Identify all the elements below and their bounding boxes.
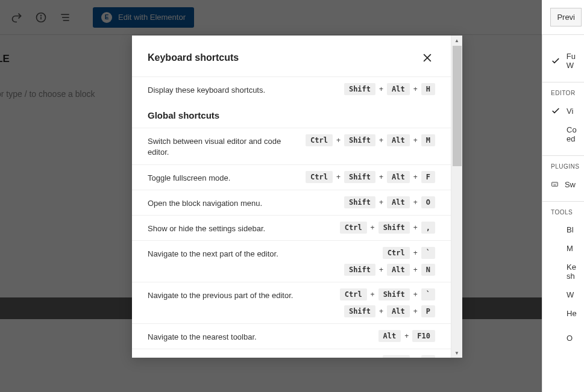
plus-separator: +	[379, 85, 383, 93]
sidebar-item-label: Co	[567, 125, 577, 134]
sidebar-item-label: He	[567, 309, 577, 318]
modal-scrollbar[interactable]: ▲ ▼	[451, 36, 462, 358]
key: Shift	[378, 288, 410, 300]
sidebar-item-fullscreen[interactable]: Fu W	[551, 47, 576, 75]
key: Ctrl	[306, 134, 333, 146]
shortcut-keys: Ctrl+Shift+Alt+M	[306, 134, 435, 146]
key: Ctrl	[340, 288, 367, 300]
key: Shift	[344, 134, 375, 146]
key-combo: Shift+Alt+H	[344, 83, 435, 95]
shortcut-row: Toggle fullscreen mode. Ctrl+Shift+Alt+F	[132, 164, 451, 190]
key: S	[421, 355, 435, 358]
plus-separator: +	[379, 266, 383, 274]
shortcut-keys: Shift+Alt+O	[344, 196, 435, 208]
sidebar-section-title: EDITOR	[551, 90, 576, 96]
sidebar-item-label: ed	[567, 134, 577, 143]
plus-separator: +	[404, 332, 409, 340]
key: P	[421, 305, 435, 317]
plus-separator: +	[413, 85, 418, 93]
key: Shift	[344, 171, 375, 183]
sidebar-item-keyboard[interactable]: Ke sh	[551, 258, 576, 285]
key: N	[421, 264, 435, 276]
key: M	[421, 134, 435, 146]
sidebar-item-help[interactable]: He	[551, 304, 576, 323]
check-icon	[551, 56, 560, 66]
key: Alt	[387, 305, 410, 317]
key: H	[421, 83, 435, 95]
key-combo: Shift+Alt+P	[344, 305, 435, 317]
preview-button-label: Previ	[557, 13, 575, 22]
key: Ctrl	[383, 355, 410, 358]
sidebar-item-visual[interactable]: Vi	[551, 101, 576, 120]
sidebar-item-label: Vi	[567, 107, 573, 116]
sidebar-item-block[interactable]: Bl	[551, 220, 576, 239]
key-combo: Ctrl+Shift+`	[340, 288, 435, 300]
shortcut-keys: Ctrl+Shift+`Shift+Alt+P	[340, 288, 435, 317]
close-button[interactable]	[421, 51, 434, 64]
plus-separator: +	[371, 290, 375, 299]
options-sidebar: Fu W EDITOR Vi Co ed	[542, 35, 584, 392]
key-combo: Ctrl+Shift+Alt+M	[306, 134, 435, 146]
keyboard-icon	[551, 179, 559, 189]
key: Alt	[387, 83, 410, 95]
shortcut-keys: Ctrl+Shift+,	[340, 222, 435, 234]
shortcut-row: Switch between visual editor and code ed…	[132, 128, 451, 164]
plus-separator: +	[371, 223, 375, 232]
sidebar-item-welcome[interactable]: W	[551, 285, 576, 304]
key: Shift	[378, 222, 410, 234]
plus-separator: +	[413, 266, 418, 274]
key-combo: Shift+Alt+O	[344, 196, 435, 208]
plus-separator: +	[336, 136, 341, 145]
key: ,	[421, 222, 435, 234]
scrollbar-thumb[interactable]	[453, 46, 462, 166]
shortcut-desc: Toggle fullscreen mode.	[148, 171, 296, 184]
key-combo: Alt+F10	[378, 330, 435, 342]
key: `	[421, 247, 435, 259]
sidebar-item-code[interactable]: Co ed	[551, 120, 576, 148]
key: F	[421, 171, 435, 183]
key-combo: Ctrl+Shift+Alt+F	[306, 171, 435, 183]
plus-separator: +	[413, 198, 418, 207]
key: Shift	[344, 83, 375, 95]
sidebar-item-label: M	[567, 244, 573, 253]
scroll-up-icon[interactable]: ▲	[451, 36, 462, 45]
key: Shift	[344, 264, 375, 276]
shortcut-row: Open the block navigation menu. Shift+Al…	[132, 190, 451, 215]
shortcut-keys: Alt+F10	[378, 330, 435, 342]
key: Shift	[344, 196, 375, 208]
key: F10	[412, 330, 435, 342]
key: Alt	[387, 134, 410, 146]
plus-separator: +	[413, 173, 418, 181]
preview-button[interactable]: Previ	[550, 8, 582, 26]
key-combo: Ctrl+S	[383, 355, 435, 358]
plus-separator: +	[413, 307, 418, 316]
shortcut-row: Save your changes. Ctrl+S	[132, 349, 451, 358]
shortcut-row: Navigate to the nearest toolbar. Alt+F10	[132, 323, 451, 349]
shortcut-row: Navigate to the next part of the editor.…	[132, 240, 451, 282]
sidebar-item-label: Sw	[565, 180, 576, 189]
plus-separator: +	[379, 307, 383, 316]
shortcut-desc: Show or hide the settings sidebar.	[148, 222, 330, 234]
sidebar-item-switch[interactable]: Sw	[551, 175, 576, 194]
scroll-down-icon[interactable]: ▼	[451, 348, 462, 358]
modal-content: Keyboard shortcuts Display these keyboar…	[132, 36, 451, 358]
key: Alt	[387, 196, 410, 208]
shortcut-list: Display these keyboard shortcuts. Shift+…	[132, 76, 451, 358]
key: O	[421, 196, 435, 208]
sidebar-item-options[interactable]: O	[551, 323, 576, 347]
keyboard-shortcuts-modal: Keyboard shortcuts Display these keyboar…	[132, 36, 462, 358]
sidebar-item-label: W	[567, 290, 574, 299]
plus-separator: +	[413, 357, 418, 358]
key: Ctrl	[383, 247, 410, 259]
shortcut-desc: Navigate to the next part of the editor.	[148, 247, 334, 260]
plus-separator: +	[413, 249, 418, 257]
sidebar-item-label: O	[567, 334, 573, 343]
sidebar-item-label: Fu	[567, 52, 576, 61]
shortcut-row: Show or hide the settings sidebar. Ctrl+…	[132, 215, 451, 240]
plus-separator: +	[413, 136, 418, 145]
key-combo: Ctrl+Shift+,	[340, 222, 435, 234]
shortcut-desc: Navigate to the nearest toolbar.	[148, 330, 369, 343]
sidebar-item-label: sh	[567, 272, 576, 281]
sidebar-item-more[interactable]: M	[551, 239, 576, 258]
key-combo: Ctrl+`	[383, 247, 435, 259]
